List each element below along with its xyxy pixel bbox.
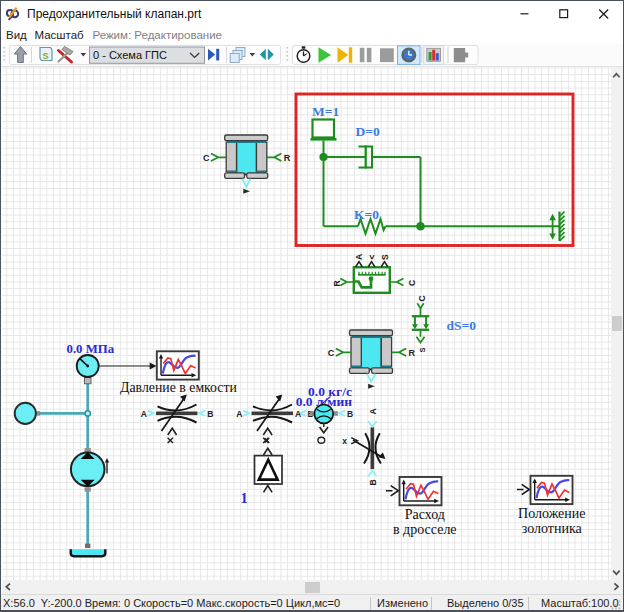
svg-text:S: S	[43, 51, 49, 61]
svg-text:0 - Схема ГПС: 0 - Схема ГПС	[93, 49, 167, 61]
